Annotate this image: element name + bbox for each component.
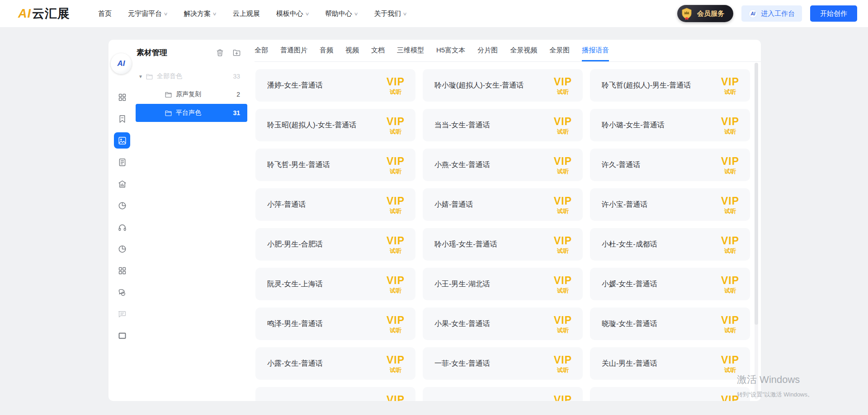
vip-listen-button[interactable]: VIP试听: [387, 355, 405, 373]
vip-listen-button[interactable]: VIP试听: [554, 236, 572, 254]
voice-card[interactable]: VIP试听: [423, 387, 583, 401]
vip-listen-button[interactable]: VIP试听: [387, 196, 405, 214]
voice-name: 小燕-女生-普通话: [434, 160, 490, 170]
rail-item-apps-grid[interactable]: [108, 260, 136, 281]
nav-item-1[interactable]: 首页: [98, 9, 112, 18]
vip-listen-button[interactable]: VIP试听: [554, 117, 572, 135]
voice-card[interactable]: 潘婷-女生-普通话VIP试听: [255, 69, 415, 102]
voice-card[interactable]: 许小宝-普通话VIP试听: [590, 188, 750, 221]
vip-listen-button[interactable]: VIP试听: [387, 117, 405, 135]
vip-listen-button[interactable]: VIP试听: [554, 315, 572, 333]
rail-item-comment-bubble[interactable]: [108, 303, 136, 325]
vertical-scrollbar[interactable]: [755, 63, 758, 399]
vip-listen-button[interactable]: VIP试听: [554, 77, 572, 95]
voice-card[interactable]: 聆小瑶-女生-普通话VIP试听: [423, 228, 583, 261]
tab-1[interactable]: 全部: [255, 40, 268, 61]
voice-card[interactable]: 小燕-女生-普通话VIP试听: [423, 149, 583, 181]
vip-listen-button[interactable]: VIP试听: [721, 156, 739, 174]
tree-node-1[interactable]: ▼全部音色33: [136, 68, 247, 85]
tab-2[interactable]: 普通图片: [280, 40, 307, 61]
rail-item-dashboard-grid[interactable]: [108, 86, 136, 108]
vip-listen-button[interactable]: VIP试听: [721, 395, 739, 401]
voice-card[interactable]: 当当-女生-普通话VIP试听: [423, 109, 583, 141]
rail-item-document[interactable]: [108, 151, 136, 173]
vip-listen-button[interactable]: VIP试听: [721, 117, 739, 135]
voice-card[interactable]: 晓璇-女生-普通话VIP试听: [590, 308, 750, 340]
rail-item-pie-chart[interactable]: [108, 238, 136, 260]
tree-node-3[interactable]: 平台声色31: [136, 104, 247, 122]
voice-card[interactable]: 聆玉昭(超拟人)-女生-普通话VIP试听: [255, 109, 415, 141]
voice-card[interactable]: 小露-女生-普通话VIP试听: [255, 347, 415, 380]
nav-item-5[interactable]: 模板中心∨: [276, 9, 309, 18]
rail-item-bookmark[interactable]: [108, 108, 136, 130]
tab-9[interactable]: 全景视频: [510, 40, 537, 61]
vip-listen-button[interactable]: VIP试听: [554, 156, 572, 174]
voice-card[interactable]: 小肥-男生-合肥话VIP试听: [255, 228, 415, 261]
voice-card[interactable]: 聆飞哲-男生-普通话VIP试听: [255, 149, 415, 181]
folder-add-icon[interactable]: [232, 48, 241, 57]
trash-icon[interactable]: [216, 48, 224, 57]
nav-item-6[interactable]: 帮助中心∨: [325, 9, 358, 18]
vip-listen-button[interactable]: VIP试听: [387, 395, 405, 401]
voice-card[interactable]: 聆飞哲(超拟人)-男生-普通话VIP试听: [590, 69, 750, 102]
voice-card[interactable]: 小果-女生-普通话VIP试听: [423, 308, 583, 340]
voice-card[interactable]: 聆小璐-女生-普通话VIP试听: [590, 109, 750, 141]
vip-listen-button[interactable]: VIP试听: [554, 275, 572, 294]
rail-item-image-media[interactable]: [108, 130, 136, 151]
voice-card[interactable]: VIP试听: [255, 387, 415, 401]
nav-item-3[interactable]: 解决方案∨: [184, 9, 216, 18]
vip-listen-button[interactable]: VIP试听: [387, 275, 405, 294]
tab-11[interactable]: 播报语音: [582, 40, 609, 61]
tab-7[interactable]: H5富文本: [436, 40, 465, 61]
voice-card[interactable]: 小萍-普通话VIP试听: [255, 188, 415, 221]
tree-node-2[interactable]: 原声复刻2: [136, 86, 247, 103]
vip-listen-button[interactable]: VIP试听: [554, 355, 572, 373]
scrollbar-thumb[interactable]: [755, 63, 758, 325]
app-avatar[interactable]: AI: [111, 53, 132, 74]
vip-listen-button[interactable]: VIP试听: [721, 236, 739, 254]
voice-card[interactable]: 小婧-普通话VIP试听: [423, 188, 583, 221]
voice-card[interactable]: 小杜-女生-成都话VIP试听: [590, 228, 750, 261]
nav-item-7[interactable]: 关于我们∨: [374, 9, 406, 18]
member-service-button[interactable]: 会员服务: [677, 5, 733, 22]
vip-listen-button[interactable]: VIP试听: [387, 236, 405, 254]
tab-5[interactable]: 文档: [371, 40, 385, 61]
tab-3[interactable]: 音频: [320, 40, 333, 61]
voice-card[interactable]: 小王-男生-湖北话VIP试听: [423, 268, 583, 300]
vip-listen-button[interactable]: VIP试听: [554, 196, 572, 214]
tab-10[interactable]: 全景图: [549, 40, 570, 61]
tree-expand-caret-icon[interactable]: ▼: [136, 74, 146, 79]
vip-listen-button[interactable]: VIP试听: [387, 156, 405, 174]
voice-card[interactable]: 小媛-女生-普通话VIP试听: [590, 268, 750, 300]
rail-item-headphones[interactable]: [108, 216, 136, 238]
nav-item-2[interactable]: 元宇宙平台∨: [128, 9, 167, 18]
vip-listen-button[interactable]: VIP试听: [721, 355, 739, 373]
vip-listen-button[interactable]: VIP试听: [554, 395, 572, 401]
tab-6[interactable]: 三维模型: [397, 40, 424, 61]
app-logo[interactable]: AI 云汇展: [18, 5, 70, 22]
start-create-button[interactable]: 开始创作: [810, 5, 857, 22]
rail-item-chat[interactable]: [108, 281, 136, 303]
voice-card[interactable]: 许久-普通话VIP试听: [590, 149, 750, 181]
tab-8[interactable]: 分片图: [477, 40, 498, 61]
nav-item-4[interactable]: 云上观展: [233, 9, 260, 18]
vip-listen-button[interactable]: VIP试听: [387, 77, 405, 95]
voice-card[interactable]: 聆小璇(超拟人)-女生-普通话VIP试听: [423, 69, 583, 102]
rail-item-exhibition-hall[interactable]: [108, 173, 136, 195]
enter-workspace-button[interactable]: AI 进入工作台: [741, 5, 802, 22]
rail-item-pie-chart[interactable]: [108, 195, 136, 216]
vip-listen-button[interactable]: VIP试听: [721, 315, 739, 333]
voice-card[interactable]: 一菲-女生-普通话VIP试听: [423, 347, 583, 380]
tab-4[interactable]: 视频: [345, 40, 359, 61]
voice-card[interactable]: 鸣泽-男生-普通话VIP试听: [255, 308, 415, 340]
voice-card[interactable]: 阮灵-女生-上海话VIP试听: [255, 268, 415, 300]
voice-card[interactable]: 关山-男生-普通话VIP试听: [590, 347, 750, 380]
rail-item-browser-window[interactable]: [108, 325, 136, 346]
crown-badge-icon: [680, 7, 693, 20]
voice-card[interactable]: VIP试听: [590, 387, 750, 401]
vip-listen-button[interactable]: VIP试听: [721, 275, 739, 294]
vip-listen-button[interactable]: VIP试听: [721, 196, 739, 214]
vip-badge: VIP: [387, 395, 405, 401]
vip-listen-button[interactable]: VIP试听: [387, 315, 405, 333]
vip-listen-button[interactable]: VIP试听: [721, 77, 739, 95]
